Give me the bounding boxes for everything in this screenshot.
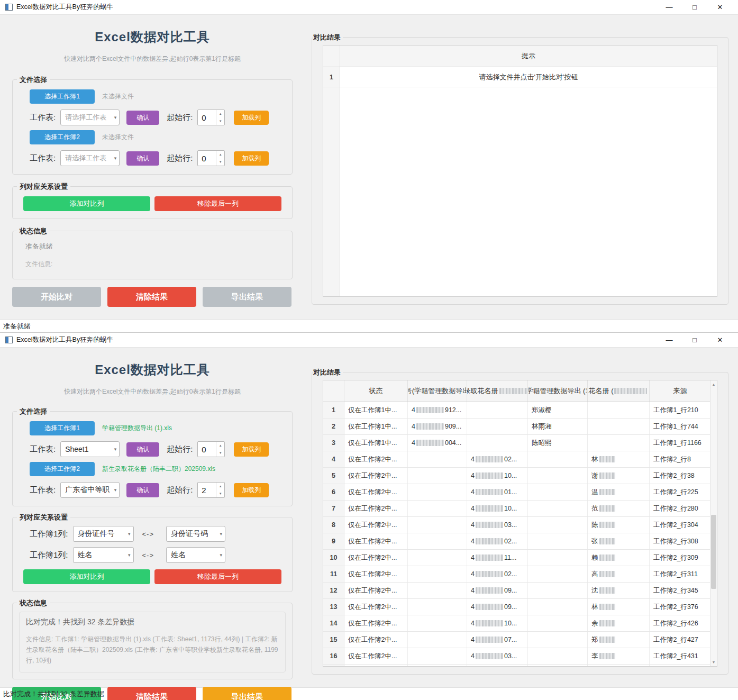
cell-text: 909... bbox=[445, 423, 461, 430]
add-compare-column-button[interactable]: 添加对比列 bbox=[23, 196, 150, 211]
sheet1-select[interactable]: 请选择工作表 ▾ bbox=[60, 110, 120, 125]
page-title: Excel数据对比工具 bbox=[12, 361, 293, 378]
cell-id2 bbox=[467, 435, 528, 451]
clear-results-button[interactable]: 清除结果 bbox=[107, 687, 196, 700]
select-workbook1-button[interactable]: 选择工作簿1 bbox=[30, 421, 95, 435]
result-row[interactable]: 3仅在工作簿1中...4004...陈昭熙工作簿1_行1166 bbox=[323, 435, 710, 451]
confirm-sheet2-button[interactable]: 确认 bbox=[126, 483, 159, 497]
load-columns2-button[interactable]: 加载列 bbox=[234, 151, 269, 166]
scroll-down-icon[interactable]: ▼ bbox=[710, 658, 717, 666]
confirm-sheet2-button[interactable]: 确认 bbox=[126, 151, 159, 166]
result-row[interactable]: 11仅在工作簿2中...402...高工作簿2_行311 bbox=[323, 566, 710, 583]
startrow1-spinner[interactable]: 0 ▲▼ bbox=[197, 441, 225, 457]
window-title: Excel数据对比工具By狂奔的蜗牛 bbox=[16, 3, 113, 12]
cell-text: 4 bbox=[471, 652, 475, 660]
mapping1-right-select[interactable]: 身份证号码 ▾ bbox=[166, 526, 225, 542]
mapping-row-label: 工作簿1列: bbox=[30, 550, 68, 560]
result-row[interactable]: 12仅在工作簿2中...409...沈工作簿2_行345 bbox=[323, 583, 710, 599]
confirm-sheet1-button[interactable]: 确认 bbox=[126, 442, 159, 457]
vertical-scrollbar[interactable]: ▲ ▼ bbox=[710, 380, 717, 666]
result-row[interactable]: 1仅在工作簿1中...4912...郑淑樱工作簿1_行210 bbox=[323, 402, 710, 419]
load-columns2-button[interactable]: 加载列 bbox=[234, 483, 269, 497]
table-empty-area bbox=[323, 87, 717, 297]
close-icon[interactable]: ✕ bbox=[707, 1, 733, 14]
remove-last-column-button[interactable]: 移除最后一列 bbox=[154, 196, 281, 211]
load-columns1-button[interactable]: 加载列 bbox=[234, 111, 269, 125]
cell-name1 bbox=[528, 648, 588, 664]
export-results-button[interactable]: 导出结果 bbox=[203, 287, 291, 307]
result-row[interactable]: 10仅在工作簿2中...411...赖工作簿2_行309 bbox=[323, 550, 710, 566]
select-workbook2-button[interactable]: 选择工作簿2 bbox=[30, 462, 95, 476]
startrow2-spinner[interactable]: 0 ▲▼ bbox=[197, 150, 225, 166]
result-row[interactable]: 15仅在工作簿2中...407...郑工作簿2_行427 bbox=[323, 632, 710, 648]
close-icon[interactable]: ✕ bbox=[707, 333, 733, 347]
startrow2-spinner[interactable]: 2 ▲▼ bbox=[197, 482, 225, 498]
redacted-blur bbox=[599, 489, 615, 495]
minimize-icon[interactable]: — bbox=[657, 333, 682, 347]
compare-results-group: 对比结果 提示 1 请选择文件并点击'开始比对'按钮 bbox=[312, 37, 728, 305]
select-workbook2-button[interactable]: 选择工作簿2 bbox=[30, 130, 95, 144]
sheet2-select[interactable]: 请选择工作表 ▾ bbox=[60, 150, 120, 166]
sheet2-select[interactable]: 广东省中等职 ▾ bbox=[60, 482, 120, 498]
sheet1-select[interactable]: Sheet1 ▾ bbox=[60, 441, 120, 457]
redacted-blur bbox=[416, 407, 444, 413]
cell-text: 4 bbox=[471, 538, 475, 545]
clear-results-button[interactable]: 清除结果 bbox=[107, 287, 196, 307]
cell-status: 仅在工作簿2中... bbox=[344, 533, 408, 549]
cell-id2 bbox=[467, 419, 528, 434]
maximize-icon[interactable]: □ bbox=[682, 1, 707, 14]
result-row[interactable]: 6仅在工作簿2中...401...温工作簿2_行225 bbox=[323, 484, 710, 501]
result-row[interactable]: 13仅在工作簿2中...409...林工作簿2_行376 bbox=[323, 599, 710, 615]
result-row[interactable]: 4仅在工作簿2中...402...林工作簿2_行8 bbox=[323, 451, 710, 468]
spin-up-icon[interactable]: ▲ bbox=[216, 110, 224, 117]
chevron-down-icon: ▾ bbox=[114, 115, 117, 120]
startrow-label: 起始行: bbox=[167, 485, 193, 495]
cell-text: 10... bbox=[504, 505, 517, 512]
maximize-icon[interactable]: □ bbox=[682, 333, 707, 347]
result-row[interactable]: 2仅在工作簿1中...4909...林雨湘工作簿1_行744 bbox=[323, 419, 710, 435]
cell-text: 4 bbox=[412, 423, 415, 430]
minimize-icon[interactable]: — bbox=[657, 1, 682, 14]
remove-last-column-button[interactable]: 移除最后一列 bbox=[154, 569, 281, 584]
cell-text: 4 bbox=[471, 472, 475, 479]
result-row[interactable]: 7仅在工作簿2中...410...范工作簿2_行280 bbox=[323, 501, 710, 517]
redacted-blur bbox=[476, 505, 503, 512]
titlebar[interactable]: Excel数据对比工具By狂奔的蜗牛 — □ ✕ bbox=[0, 333, 738, 348]
spin-up-icon[interactable]: ▲ bbox=[216, 483, 224, 490]
result-row[interactable]: 17仅在工作簿2中...409...陈工作簿2_行518 bbox=[323, 665, 710, 667]
select-workbook1-button[interactable]: 选择工作簿1 bbox=[30, 89, 95, 104]
result-row[interactable]: 5仅在工作簿2中...410...谢工作簿2_行38 bbox=[323, 468, 710, 484]
table-row[interactable]: 1 请选择文件并点击'开始比对'按钮 bbox=[323, 67, 717, 87]
scrollbar-thumb[interactable] bbox=[711, 515, 716, 589]
column-header-text: 状态 bbox=[344, 386, 407, 396]
export-results-button[interactable]: 导出结果 bbox=[203, 687, 291, 700]
redacted-blur bbox=[599, 456, 615, 462]
spin-up-icon[interactable]: ▲ bbox=[216, 151, 224, 158]
result-row[interactable]: 9仅在工作簿2中...402...张工作簿2_行308 bbox=[323, 533, 710, 550]
cell-id2 bbox=[467, 402, 528, 418]
mapping1-left-select[interactable]: 身份证件号 ▾ bbox=[73, 526, 134, 542]
spin-down-icon[interactable]: ▼ bbox=[216, 117, 224, 125]
cell-n: 10 bbox=[323, 550, 344, 566]
result-row[interactable]: 14仅在工作簿2中...410...余工作簿2_行426 bbox=[323, 615, 710, 632]
spin-down-icon[interactable]: ▼ bbox=[216, 158, 224, 166]
window-title: Excel数据对比工具By狂奔的蜗牛 bbox=[16, 335, 113, 344]
confirm-sheet1-button[interactable]: 确认 bbox=[126, 111, 159, 125]
scroll-up-icon[interactable]: ▲ bbox=[710, 380, 717, 388]
spin-up-icon[interactable]: ▲ bbox=[216, 442, 224, 449]
titlebar[interactable]: Excel数据对比工具By狂奔的蜗牛 — □ ✕ bbox=[0, 0, 738, 15]
workbook2-filename: 新生录取花名册（陆丰二职）202509.xls bbox=[102, 465, 215, 474]
cell-name1 bbox=[528, 484, 588, 500]
cell-name1: 林雨湘 bbox=[528, 419, 588, 434]
result-row[interactable]: 8仅在工作簿2中...403...陈工作簿2_行304 bbox=[323, 517, 710, 533]
mapping2-left-select[interactable]: 姓名 ▾ bbox=[73, 547, 134, 563]
startrow1-spinner[interactable]: 0 ▲▼ bbox=[197, 110, 225, 125]
add-compare-column-button[interactable]: 添加对比列 bbox=[23, 569, 150, 584]
result-row[interactable]: 16仅在工作簿2中...403...李工作簿2_行431 bbox=[323, 648, 710, 665]
spin-down-icon[interactable]: ▼ bbox=[216, 449, 224, 457]
mapping2-right-select[interactable]: 姓名 ▾ bbox=[166, 547, 225, 563]
group-title: 文件选择 bbox=[17, 75, 50, 85]
spin-down-icon[interactable]: ▼ bbox=[216, 490, 224, 497]
load-columns1-button[interactable]: 加载列 bbox=[234, 442, 269, 457]
start-compare-button[interactable]: 开始比对 bbox=[12, 287, 101, 307]
